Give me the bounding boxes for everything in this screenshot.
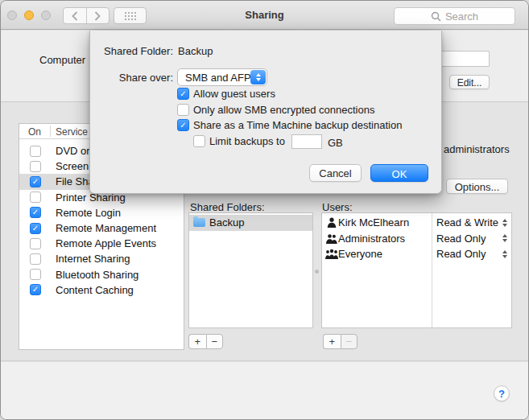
permission-value: Read Only [436, 233, 486, 245]
permission-stepper[interactable] [502, 250, 507, 258]
column-header-on: On [28, 126, 41, 138]
share-over-label: Share over: [90, 72, 173, 84]
shared-folder-row-backup[interactable]: Backup [189, 215, 312, 231]
shared-folder-label: Shared Folder: [90, 45, 173, 57]
service-checkbox[interactable] [30, 146, 41, 157]
limit-backups-row: Limit backups to [193, 135, 285, 147]
user-row-administrators[interactable]: Administrators Read Only [322, 231, 511, 247]
add-user-button[interactable]: + [323, 334, 341, 349]
smb-encrypted-row: Only allow SMB encrypted connections [177, 104, 374, 116]
popup-stepper-icon [250, 70, 266, 84]
service-label: Internet Sharing [56, 253, 130, 265]
titlebar: Sharing Search [1, 1, 528, 30]
time-machine-label: Share as a Time Machine backup destinati… [193, 119, 402, 131]
users-label: Users: [322, 201, 353, 213]
service-row-internet-sharing[interactable]: Internet Sharing [19, 251, 184, 266]
share-over-value: SMB and AFP [185, 72, 251, 84]
service-label: Remote Management [56, 222, 156, 234]
shared-folders-label: Shared Folders: [190, 201, 265, 213]
permission-stepper[interactable] [502, 234, 507, 242]
add-folder-button[interactable]: + [188, 334, 206, 349]
user-name: Administrators [338, 233, 405, 245]
service-label: Content Caching [56, 284, 134, 296]
allow-guest-users-row: Allow guest users [177, 88, 275, 100]
cancel-button[interactable]: Cancel [309, 164, 362, 182]
folder-icon [193, 218, 205, 227]
user-name: Everyone [338, 248, 382, 260]
service-checkbox[interactable] [30, 207, 41, 218]
options-button[interactable]: Options... [446, 179, 508, 194]
list-splitter-handle[interactable] [315, 270, 319, 274]
smb-encrypted-checkbox[interactable] [177, 104, 189, 116]
service-label: File Sha [56, 175, 94, 187]
service-checkbox[interactable] [30, 223, 41, 234]
group-icon [324, 233, 338, 244]
gb-unit-label: GB [328, 137, 343, 149]
service-label: Remote Login [56, 207, 121, 219]
permission-value: Read Only [436, 248, 486, 260]
remove-user-button: − [341, 334, 358, 349]
users-list: Kirk McElhearn Read & Write Administrato… [321, 212, 512, 328]
users-controls: + − [323, 334, 357, 349]
permission-value: Read & Write [436, 216, 498, 229]
bottom-bar [1, 362, 528, 420]
limit-backups-checkbox[interactable] [193, 135, 205, 147]
shared-folders-controls: + − [188, 334, 223, 349]
service-checkbox[interactable] [30, 253, 41, 265]
remove-folder-button[interactable]: − [206, 334, 224, 349]
sharing-preferences-window: Sharing Search Computer Edit... On Servi… [0, 0, 529, 420]
shared-folders-list: Backup [188, 212, 313, 328]
everyone-icon [324, 249, 338, 259]
column-divider [50, 126, 51, 137]
service-row-content-caching[interactable]: Content Caching [19, 282, 184, 298]
user-row-everyone[interactable]: Everyone Read Only [322, 246, 511, 262]
search-icon [431, 11, 441, 22]
smb-encrypted-label: Only allow SMB encrypted connections [193, 104, 374, 116]
service-checkbox[interactable] [30, 284, 41, 295]
service-checkbox[interactable] [30, 161, 41, 172]
service-checkbox[interactable] [30, 191, 41, 203]
share-over-popup[interactable]: SMB and AFP [177, 68, 267, 86]
search-placeholder: Search [445, 10, 478, 23]
permission-stepper[interactable] [502, 219, 507, 227]
edit-button[interactable]: Edit... [449, 75, 490, 89]
service-checkbox[interactable] [30, 269, 41, 280]
folder-name: Backup [209, 216, 244, 229]
service-row-remote-login[interactable]: Remote Login [19, 205, 184, 220]
ok-button[interactable]: OK [370, 164, 428, 182]
allow-guest-users-label: Allow guest users [193, 88, 275, 100]
service-row-bluetooth-sharing[interactable]: Bluetooth Sharing [19, 267, 184, 282]
computer-name-label: Computer [39, 54, 85, 66]
user-name: Kirk McElhearn [338, 216, 409, 229]
help-button[interactable]: ? [494, 385, 510, 401]
service-checkbox[interactable] [30, 176, 41, 187]
file-sharing-options-sheet: Shared Folder: Backup Share over: SMB an… [89, 31, 442, 194]
service-row-remote-management[interactable]: Remote Management [19, 220, 184, 236]
column-header-service: Service [56, 126, 88, 138]
search-field[interactable]: Search [394, 7, 515, 25]
service-label: Remote Apple Events [56, 237, 156, 249]
single-user-icon [324, 217, 338, 228]
service-checkbox[interactable] [30, 238, 41, 249]
service-label: Bluetooth Sharing [56, 269, 138, 281]
user-row-kirk[interactable]: Kirk McElhearn Read & Write [322, 215, 511, 231]
administrators-text-fragment: administrators [444, 143, 510, 155]
service-row-remote-apple-events[interactable]: Remote Apple Events [19, 236, 184, 251]
time-machine-checkbox[interactable] [177, 119, 189, 131]
limit-backups-label: Limit backups to [209, 135, 285, 147]
allow-guest-users-checkbox[interactable] [177, 88, 189, 100]
limit-gb-field[interactable] [291, 134, 322, 149]
shared-folder-value: Backup [178, 45, 213, 57]
service-label: DVD or [56, 145, 90, 157]
service-label: Screen [56, 160, 89, 172]
time-machine-row: Share as a Time Machine backup destinati… [177, 119, 402, 131]
